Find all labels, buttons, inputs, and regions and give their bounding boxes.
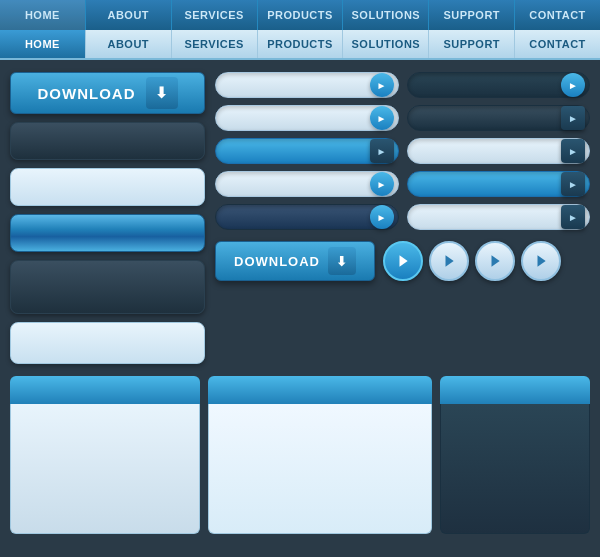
slider-row-5: ► ►	[215, 204, 590, 230]
play-button-4[interactable]	[521, 241, 561, 281]
play-button-2[interactable]	[429, 241, 469, 281]
slider-row-4: ► ►	[215, 171, 590, 197]
panel-left-header	[10, 376, 200, 404]
svg-marker-3	[538, 255, 546, 267]
slider-white-4[interactable]: ►	[215, 171, 399, 197]
button-blue-stripe-1[interactable]	[10, 214, 205, 252]
play-buttons-group	[383, 241, 561, 281]
panel-right-header	[440, 376, 590, 404]
nav-bar-primary: HOME ABOUT SERVICES PRODUCTS SOLUTIONS S…	[0, 0, 600, 30]
panel-right	[440, 376, 590, 536]
nav-item-contact-1[interactable]: CONTACT	[515, 0, 600, 30]
slider-arrow-3[interactable]: ►	[370, 106, 394, 130]
nav-item-services-1[interactable]: SERVICES	[172, 0, 258, 30]
button-wide-white-1[interactable]	[10, 322, 205, 364]
download-button-2[interactable]: DOWNLOAD ⬇	[215, 241, 375, 281]
slider-white-1[interactable]: ►	[215, 72, 399, 98]
main-content: DOWNLOAD ⬇ ► ► ►	[0, 60, 600, 376]
button-dark-1[interactable]	[10, 122, 205, 160]
play-button-3[interactable]	[475, 241, 515, 281]
nav-item-contact-2[interactable]: CONTACT	[515, 30, 600, 58]
slider-blue-1[interactable]: ►	[215, 138, 399, 164]
panel-mid-header	[208, 376, 432, 404]
slider-blue-2[interactable]: ►	[407, 171, 591, 197]
nav-item-solutions-2[interactable]: SOLUTIONS	[343, 30, 429, 58]
left-column: DOWNLOAD ⬇	[10, 72, 205, 364]
nav-item-about-1[interactable]: ABOUT	[86, 0, 172, 30]
slider-dark-3[interactable]: ►	[215, 204, 399, 230]
slider-row-1: ► ►	[215, 72, 590, 98]
nav-item-products-1[interactable]: PRODUCTS	[258, 0, 344, 30]
nav-item-services-2[interactable]: SERVICES	[172, 30, 258, 58]
bottom-row: DOWNLOAD ⬇	[215, 241, 590, 281]
svg-marker-1	[446, 255, 454, 267]
download-label-2: DOWNLOAD	[234, 254, 320, 269]
slider-white-3[interactable]: ►	[407, 138, 591, 164]
slider-arrow-8[interactable]: ►	[561, 172, 585, 196]
nav-bar-secondary: HOME ABOUT SERVICES PRODUCTS SOLUTIONS S…	[0, 30, 600, 60]
nav-item-home-1[interactable]: HOME	[0, 0, 86, 30]
slider-arrow-6[interactable]: ►	[561, 139, 585, 163]
panel-left-body	[10, 404, 200, 534]
download-icon-2: ⬇	[328, 247, 356, 275]
button-dark-tall-1[interactable]	[10, 260, 205, 314]
panel-mid-body	[208, 404, 432, 534]
slider-white-2[interactable]: ►	[215, 105, 399, 131]
slider-arrow-2[interactable]: ►	[561, 73, 585, 97]
svg-marker-0	[400, 255, 408, 267]
panel-right-body	[440, 404, 590, 534]
download-label-1: DOWNLOAD	[38, 85, 136, 102]
download-button-1[interactable]: DOWNLOAD ⬇	[10, 72, 205, 114]
nav-item-solutions-1[interactable]: SOLUTIONS	[343, 0, 429, 30]
nav-item-products-2[interactable]: PRODUCTS	[258, 30, 344, 58]
nav-item-support-1[interactable]: SUPPORT	[429, 0, 515, 30]
slider-row-3: ► ►	[215, 138, 590, 164]
play-button-1[interactable]	[383, 241, 423, 281]
download-icon-1: ⬇	[146, 77, 178, 109]
slider-dark-2[interactable]: ►	[407, 105, 591, 131]
svg-marker-2	[492, 255, 500, 267]
bottom-panels	[0, 376, 600, 536]
slider-arrow-1[interactable]: ►	[370, 73, 394, 97]
nav-item-support-2[interactable]: SUPPORT	[429, 30, 515, 58]
panel-left	[10, 376, 200, 536]
right-column: ► ► ► ► ► ► ►	[215, 72, 590, 364]
slider-white-5[interactable]: ►	[407, 204, 591, 230]
slider-arrow-7[interactable]: ►	[370, 172, 394, 196]
slider-arrow-10[interactable]: ►	[561, 205, 585, 229]
nav-item-about-2[interactable]: ABOUT	[86, 30, 172, 58]
slider-row-2: ► ►	[215, 105, 590, 131]
panel-mid	[208, 376, 432, 536]
slider-arrow-4[interactable]: ►	[561, 106, 585, 130]
nav-item-home-2[interactable]: HOME	[0, 30, 86, 58]
button-white-1[interactable]	[10, 168, 205, 206]
slider-dark-1[interactable]: ►	[407, 72, 591, 98]
slider-arrow-9[interactable]: ►	[370, 205, 394, 229]
slider-arrow-5[interactable]: ►	[370, 139, 394, 163]
